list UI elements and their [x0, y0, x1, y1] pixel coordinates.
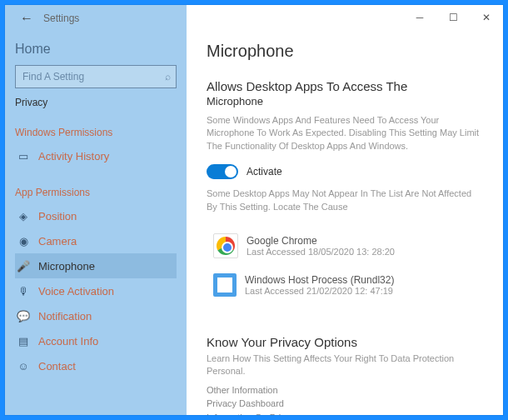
sidebar-item-label: Position	[38, 210, 77, 222]
app-name: Google Chrome	[247, 235, 395, 247]
sidebar-item-label: Account Info	[38, 335, 98, 348]
camera-icon: ◉	[17, 234, 30, 248]
home-link[interactable]: Home	[15, 42, 177, 57]
sidebar-item-microphone[interactable]: 🎤 Microphone	[15, 253, 177, 278]
voice-icon: 🎙	[17, 284, 30, 298]
sidebar-item-voice[interactable]: 🎙 Voice Activation	[15, 278, 177, 303]
titlebar: ← Settings	[15, 5, 177, 32]
breadcrumb[interactable]: Privacy	[15, 97, 177, 108]
section-app-permissions: App Permissions	[15, 187, 177, 198]
sidebar-item-label: Contact	[38, 360, 76, 372]
toggle-row: Activate	[207, 164, 483, 179]
app-text: Windows Host Process (Rundl32) Last Acce…	[245, 274, 394, 296]
sidebar-item-account[interactable]: ▤ Account Info	[15, 328, 177, 353]
app-last-accessed: Last Accessed 21/02/2020 12: 47:19	[245, 286, 394, 296]
link-info-privacy[interactable]: Information On Privacy	[207, 411, 483, 415]
app-last-accessed: Last Accessed 18/05/2020 13: 28:20	[247, 247, 395, 257]
minimize-button[interactable]: ─	[403, 5, 436, 30]
window-title: Settings	[43, 12, 79, 24]
app-text: Google Chrome Last Accessed 18/05/2020 1…	[247, 235, 395, 257]
location-icon: ◈	[17, 209, 30, 222]
sidebar-item-position[interactable]: ◈ Position	[15, 203, 177, 228]
list-description: Some Desktop Apps May Not Appear In The …	[207, 188, 483, 213]
sidebar-item-label: Notification	[38, 310, 92, 322]
arrow-left-icon: ←	[20, 11, 33, 26]
sidebar-item-label: Microphone	[38, 260, 95, 272]
main-content: ─ ☐ ✕ Microphone Allows Desktop Apps To …	[187, 5, 503, 415]
back-button[interactable]: ←	[15, 7, 38, 30]
app-name: Windows Host Process (Rundl32)	[245, 274, 394, 286]
sidebar-item-contact[interactable]: ☺ Contact	[15, 353, 177, 378]
privacy-links: Other Information Privacy Dashboard Info…	[207, 383, 483, 415]
section-windows-permissions: Windows Permissions	[15, 127, 177, 138]
host-process-icon	[213, 273, 237, 297]
allow-title-2: Microphone	[207, 95, 483, 108]
home-label: Home	[15, 42, 51, 57]
app-row-chrome[interactable]: Google Chrome Last Accessed 18/05/2020 1…	[207, 228, 483, 263]
close-button[interactable]: ✕	[470, 5, 503, 30]
activate-toggle[interactable]	[207, 164, 238, 179]
minimize-icon: ─	[416, 12, 424, 23]
maximize-icon: ☐	[449, 12, 458, 23]
page-title: Microphone	[207, 42, 483, 61]
search-input[interactable]	[21, 70, 165, 83]
notification-icon: 💬	[17, 309, 30, 322]
contact-icon: ☺	[17, 359, 30, 372]
app-list: Google Chrome Last Accessed 18/05/2020 1…	[207, 228, 483, 302]
maximize-button[interactable]: ☐	[436, 5, 470, 30]
window-controls: ─ ☐ ✕	[403, 5, 503, 30]
sidebar-item-notification[interactable]: 💬 Notification	[15, 303, 177, 328]
link-privacy-dashboard[interactable]: Privacy Dashboard	[207, 397, 483, 411]
sidebar-item-label: Camera	[38, 235, 77, 248]
sidebar-item-activity[interactable]: ▭ Activity History	[15, 143, 177, 168]
toggle-knob	[225, 166, 237, 178]
allow-title: Allows Desktop Apps To Access The	[207, 79, 483, 93]
search-icon: ⌕	[165, 71, 171, 82]
privacy-description: Learn How This Setting Affects Your Righ…	[207, 352, 483, 378]
chrome-icon	[213, 233, 238, 258]
app-row-hostprocess[interactable]: Windows Host Process (Rundl32) Last Acce…	[207, 268, 483, 302]
settings-window: ← Settings Home ⌕ Privacy Windows Permis…	[5, 5, 503, 415]
search-box[interactable]: ⌕	[15, 65, 177, 88]
sidebar-item-camera[interactable]: ◉ Camera	[15, 228, 177, 253]
sidebar: ← Settings Home ⌕ Privacy Windows Permis…	[5, 5, 187, 415]
toggle-label: Activate	[247, 166, 282, 178]
sidebar-item-label: Voice Activation	[38, 285, 114, 298]
allow-description: Some Windows Apps And Features Need To A…	[207, 114, 483, 152]
account-icon: ▤	[17, 334, 30, 348]
microphone-icon: 🎤	[17, 259, 30, 272]
link-other-info[interactable]: Other Information	[207, 383, 483, 398]
sidebar-item-label: Activity History	[38, 150, 109, 162]
activity-icon: ▭	[17, 149, 30, 162]
close-icon: ✕	[482, 12, 491, 23]
privacy-options-title: Know Your Privacy Options	[207, 335, 483, 349]
